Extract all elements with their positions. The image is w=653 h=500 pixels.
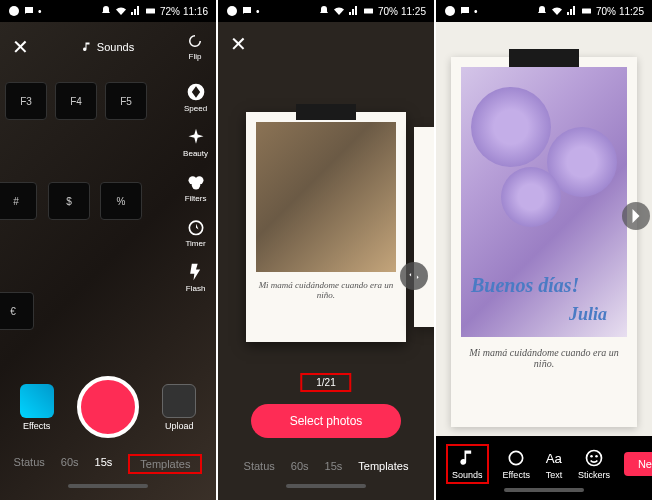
svg-point-4 [191,181,199,189]
overlay-text-2: Julia [569,304,607,325]
key-f5: F5 [105,82,147,120]
preview-photo: Buenos días! Julia [461,67,627,337]
tab-status[interactable]: Status [14,454,45,474]
effects-icon [506,448,526,468]
flip-camera-button[interactable]: Flip [186,32,204,61]
tab-templates[interactable]: Templates [358,458,408,474]
battery-icon [363,5,375,17]
wifi-icon [551,5,563,17]
beauty-icon [186,127,206,147]
swap-template-button[interactable] [400,262,428,290]
polaroid-caption: Mi mamá cuidándome cuando era un niño. [461,347,627,369]
messenger-icon [444,5,456,17]
text-icon: Aa [544,448,564,468]
status-bar: • 70% 11:25 [218,0,434,22]
wifi-icon [333,5,345,17]
battery-icon [145,5,157,17]
tab-60s[interactable]: 60s [291,458,309,474]
swap-icon [407,269,421,283]
svg-point-13 [590,455,593,458]
chat-icon [241,5,253,17]
chat-icon [459,5,471,17]
tab-15s[interactable]: 15s [325,458,343,474]
chat-icon [23,5,35,17]
music-note-icon [81,41,93,53]
template-polaroid[interactable]: Mi mamá cuidándome cuando era un niño. [246,112,406,342]
key-f3: F3 [5,82,47,120]
battery-percent: 72% [160,6,180,17]
tab-15s[interactable]: 15s [95,454,113,474]
polaroid-caption: Mi mamá cuidándome cuando era un niño. [256,280,396,300]
sounds-button[interactable]: Sounds [29,41,186,53]
svg-point-0 [9,6,19,16]
chevron-icon [622,202,650,230]
tab-templates[interactable]: Templates [128,454,202,474]
music-note-icon [457,448,477,468]
upload-thumbnail [162,384,196,418]
key-dollar: $ [48,182,90,220]
speed-button[interactable]: Speed [183,82,208,113]
close-button[interactable]: ✕ [12,35,29,59]
flower-decoration [471,87,551,167]
time: 11:16 [183,6,208,17]
tape-decoration [296,104,356,120]
status-bar: • 72% 11:16 [0,0,216,22]
svg-point-8 [445,6,455,16]
next-button[interactable]: Next [624,452,652,476]
svg-point-6 [227,6,237,16]
timer-button[interactable]: Timer [183,217,208,248]
messenger-icon [8,5,20,17]
bell-icon [536,5,548,17]
stickers-button[interactable]: Stickers [578,448,610,480]
phone-screen-2: • 70% 11:25 ✕ Mamá, te amo! Mi mamá cuid… [218,0,434,500]
effects-button[interactable]: Effects [503,448,530,480]
wifi-icon [115,5,127,17]
messenger-icon [226,5,238,17]
close-button[interactable]: ✕ [230,32,247,56]
template-counter: 1/21 [300,373,351,392]
select-photos-button[interactable]: Select photos [251,404,401,438]
battery-icon [581,5,593,17]
tape-decoration [509,49,579,67]
key-f4: F4 [55,82,97,120]
upload-button[interactable]: Upload [162,384,196,431]
sounds-button[interactable]: Sounds [446,444,489,484]
flash-button[interactable]: Flash [183,262,208,293]
filters-icon [186,172,206,192]
bell-icon [100,5,112,17]
signal-icon [130,5,142,17]
phone-screen-3: • 70% 11:25 TikTok Buenos días! Julia Mi… [436,0,652,500]
stickers-icon [584,448,604,468]
record-button[interactable] [77,376,139,438]
filters-button[interactable]: Filters [183,172,208,203]
battery-percent: 70% [378,6,398,17]
preview-polaroid: Buenos días! Julia Mi mamá cuidándome cu… [451,57,637,427]
phone-screen-1: • 72% 11:16 F3 F4 F5 # $ % € ✕ Sounds [0,0,216,500]
bell-icon [318,5,330,17]
svg-rect-1 [146,9,155,14]
flip-icon [186,32,204,50]
speed-icon [186,82,206,102]
svg-rect-7 [364,9,373,14]
svg-point-12 [586,451,601,466]
svg-point-5 [189,221,202,234]
tab-status[interactable]: Status [244,458,275,474]
home-indicator[interactable] [286,484,366,488]
next-template-preview[interactable] [414,127,434,327]
battery-percent: 70% [596,6,616,17]
key-euro: € [0,292,34,330]
beauty-button[interactable]: Beauty [183,127,208,158]
home-indicator[interactable] [68,484,148,488]
flash-icon [186,262,206,282]
svg-point-10 [510,451,523,464]
time: 11:25 [401,6,426,17]
template-photo [256,122,396,272]
home-indicator[interactable] [504,488,584,492]
text-button[interactable]: AaText [544,448,564,480]
tab-60s[interactable]: 60s [61,454,79,474]
swap-button[interactable] [622,202,650,230]
effects-button[interactable]: Effects [20,384,54,431]
signal-icon [348,5,360,17]
timer-icon [186,217,206,237]
status-bar: • 70% 11:25 [436,0,652,22]
